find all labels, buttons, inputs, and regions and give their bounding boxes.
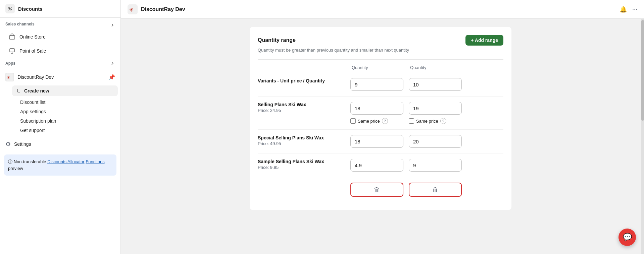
get-support-item[interactable]: Get support xyxy=(17,126,120,135)
same-price-cb-1[interactable] xyxy=(350,118,356,124)
create-new-item[interactable]: Create new xyxy=(12,85,118,96)
sample-selling-plans-title: Sample Selling Plans Ski Wax xyxy=(258,159,345,164)
discountray-item[interactable]: ☀ DiscountRay Dev 📌 xyxy=(0,70,120,84)
sidebar-item-pos[interactable]: Point of Sale xyxy=(3,44,118,58)
same-price-label-1: Same price xyxy=(358,119,380,124)
qty-header-2: Quantity xyxy=(410,65,463,70)
discounts-icon xyxy=(5,4,15,13)
apps-section: Apps xyxy=(0,58,120,70)
selling-plans-qty1-input[interactable] xyxy=(350,102,403,115)
special-qty2-group xyxy=(409,135,462,148)
same-price-row-2: Same price ? xyxy=(409,118,462,124)
selling-plans-qty2-group: Same price ? xyxy=(409,102,462,124)
selling-plans-qty2-input[interactable] xyxy=(409,102,462,115)
section-header: Quantity range + Add range xyxy=(258,35,503,46)
variants-inputs xyxy=(350,78,462,91)
topbar-title: DiscountRay Dev xyxy=(141,6,185,12)
topbar-right: 🔔 ··· xyxy=(620,6,637,13)
svg-rect-4 xyxy=(10,49,14,52)
discount-list-item[interactable]: Discount list xyxy=(17,98,120,107)
online-store-label: Online Store xyxy=(19,34,46,40)
settings-item[interactable]: ⚙ Settings xyxy=(0,138,120,150)
sales-channels-toggle[interactable]: Sales channels xyxy=(5,22,115,28)
sample-selling-plans-label: Sample Selling Plans Ski Wax Price: 9.95 xyxy=(258,159,345,170)
qty-header-1: Quantity xyxy=(352,65,405,70)
same-price-label-2: Same price xyxy=(416,119,438,124)
apps-chevron-icon xyxy=(110,61,115,66)
chat-button[interactable]: 💬 xyxy=(618,229,636,246)
special-qty2-input[interactable] xyxy=(409,135,462,148)
delete-buttons-row: 🗑 🗑 xyxy=(258,177,503,202)
more-options-icon[interactable]: ··· xyxy=(632,6,637,13)
pos-icon xyxy=(8,47,16,55)
sidebar-notice: ⓘ Non-transferable Discounts Allocator F… xyxy=(4,154,116,176)
special-selling-plans-row: Special Selling Plans Ski Wax Price: 49.… xyxy=(258,130,503,153)
sample-selling-plans-row: Sample Selling Plans Ski Wax Price: 9.95 xyxy=(258,153,503,177)
sidebar-header: Discounts xyxy=(0,0,120,18)
selling-plans-title: Selling Plans Ski Wax xyxy=(258,102,345,107)
settings-label: Settings xyxy=(14,141,31,147)
sample-selling-plans-price: Price: 9.95 xyxy=(258,165,345,170)
divider xyxy=(258,59,503,60)
notice-info-icon: ⓘ xyxy=(8,159,14,164)
selling-plans-inputs: Same price ? Same price ? xyxy=(350,102,462,124)
help-icon-2[interactable]: ? xyxy=(440,118,446,124)
special-qty1-group xyxy=(350,135,403,148)
chevron-right-icon xyxy=(110,22,115,28)
variants-label: Variants - Unit price / Quantity xyxy=(258,78,345,84)
selling-plans-row: Selling Plans Ski Wax Price: 24.95 Same … xyxy=(258,97,503,130)
pin-icon: 📌 xyxy=(108,74,115,80)
special-selling-plans-label: Special Selling Plans Ski Wax Price: 49.… xyxy=(258,135,345,146)
selling-plans-qty1-group: Same price ? xyxy=(350,102,403,124)
section-subtitle: Quantity must be greater than previous q… xyxy=(258,48,503,53)
variants-row: Variants - Unit price / Quantity xyxy=(258,73,503,97)
apps-label: Apps xyxy=(5,61,15,66)
chat-icon: 💬 xyxy=(623,233,632,242)
online-store-icon xyxy=(8,33,16,41)
notification-bell-icon[interactable]: 🔔 xyxy=(620,6,627,13)
add-range-button[interactable]: + Add range xyxy=(465,35,503,46)
special-selling-plans-price: Price: 49.95 xyxy=(258,141,345,146)
variants-qty2-input[interactable] xyxy=(409,78,462,91)
notice-text-suffix: preview xyxy=(8,166,23,171)
sidebar: Discounts Sales channels Online Store Po… xyxy=(0,0,121,254)
sample-qty1-group xyxy=(350,159,403,172)
sales-channels-label: Sales channels xyxy=(5,22,35,26)
selling-plans-label: Selling Plans Ski Wax Price: 24.95 xyxy=(258,102,345,113)
sub-arrow-icon xyxy=(16,88,21,93)
apps-toggle[interactable]: Apps xyxy=(5,61,115,66)
discountray-label: DiscountRay Dev xyxy=(17,74,105,80)
sample-qty2-input[interactable] xyxy=(409,159,462,172)
special-selling-plans-inputs xyxy=(350,135,462,148)
variants-qty1-group xyxy=(350,78,403,91)
delete-btn-2[interactable]: 🗑 xyxy=(409,183,462,197)
sidebar-item-online-store[interactable]: Online Store xyxy=(3,30,118,44)
variants-qty1-input[interactable] xyxy=(350,78,403,91)
sub-items: Discount list App settings Subscription … xyxy=(0,98,120,135)
sales-channels-section: Sales channels xyxy=(0,18,120,30)
svg-text:☀: ☀ xyxy=(129,7,134,13)
help-icon-1[interactable]: ? xyxy=(382,118,388,124)
quantity-headers: Quantity Quantity xyxy=(258,65,503,70)
special-qty1-input[interactable] xyxy=(350,135,403,148)
section-title: Quantity range xyxy=(258,37,296,43)
topbar: ☀ DiscountRay Dev 🔔 ··· xyxy=(121,0,644,19)
topbar-left: ☀ DiscountRay Dev xyxy=(128,4,185,14)
notice-link-functions[interactable]: Functions xyxy=(86,159,104,164)
same-price-cb-2[interactable] xyxy=(409,118,414,124)
subscription-plan-item[interactable]: Subscription plan xyxy=(17,116,120,126)
scrollbar-thumb[interactable] xyxy=(641,20,644,121)
app-settings-item[interactable]: App settings xyxy=(17,107,120,116)
sample-qty1-input[interactable] xyxy=(350,159,403,172)
scrollbar-track xyxy=(641,0,644,254)
delete-btn-1[interactable]: 🗑 xyxy=(350,183,403,197)
notice-link-allocator[interactable]: Discounts Allocator xyxy=(47,159,85,164)
topbar-logo-icon: ☀ xyxy=(128,4,138,14)
variants-title: Variants - Unit price / Quantity xyxy=(258,78,345,83)
trash-icon-2: 🗑 xyxy=(432,186,438,193)
svg-rect-3 xyxy=(9,36,15,39)
discountray-app-icon: ☀ xyxy=(5,73,14,81)
quantity-range-card: Quantity range + Add range Quantity must… xyxy=(250,27,511,210)
special-selling-plans-title: Special Selling Plans Ski Wax xyxy=(258,135,345,140)
create-new-label: Create new xyxy=(24,88,49,93)
